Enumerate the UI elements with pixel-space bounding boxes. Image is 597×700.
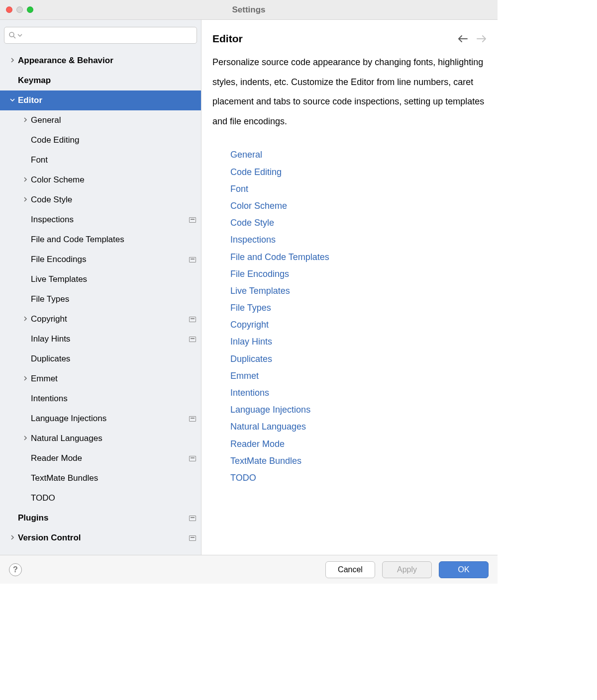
tree-item-language-injections[interactable]: Language Injections [0,409,201,429]
subpage-link[interactable]: TODO [230,469,487,486]
svg-line-1 [13,36,15,38]
subpage-link[interactable]: TextMate Bundles [230,452,487,469]
subpage-links: GeneralCode EditingFontColor SchemeCode … [212,146,487,486]
tree-item-label: Plugins [18,513,189,523]
tree-item-intentions[interactable]: Intentions [0,389,201,409]
tree-item-live-templates[interactable]: Live Templates [0,269,201,289]
window-title: Settings [0,5,498,15]
main-header: Editor [201,20,498,49]
subpage-link[interactable]: Color Scheme [230,197,487,214]
minimize-window-icon[interactable] [16,6,23,13]
tree-item-label: TextMate Bundles [31,473,196,483]
search-input[interactable] [22,31,193,40]
svg-point-0 [9,32,14,37]
arrow-right-icon [477,35,487,42]
content: Personalize source code appearance by ch… [201,49,498,555]
tree-item-label: Emmet [31,374,196,384]
tree-item-plugins[interactable]: Plugins [0,508,201,528]
subpage-link[interactable]: General [230,146,487,163]
tree-item-color-scheme[interactable]: Color Scheme [0,170,201,190]
tree-item-keymap[interactable]: Keymap [0,71,201,90]
tree-item-version-control[interactable]: Version Control [0,528,201,548]
project-scope-icon [189,317,196,322]
tree-item-emmet[interactable]: Emmet [0,369,201,389]
subpage-link[interactable]: File and Code Templates [230,249,487,265]
tree-item-code-style[interactable]: Code Style [0,190,201,210]
subpage-link[interactable]: Code Style [230,214,487,231]
subpage-link[interactable]: Copyright [230,316,487,333]
subpage-link[interactable]: Natural Languages [230,418,487,435]
tree-item-label: Keymap [18,76,196,86]
tree-item-inlay-hints[interactable]: Inlay Hints [0,329,201,349]
tree-item-label: File Encodings [31,255,189,264]
tree-item-label: File Types [31,294,196,304]
project-scope-icon [189,416,196,422]
nav-back-button[interactable] [458,35,468,42]
subpage-link[interactable]: File Types [230,299,487,316]
window-controls [6,6,33,13]
chevron-right-icon [22,176,29,183]
zoom-window-icon[interactable] [27,6,33,13]
tree-item-label: Copyright [31,314,189,324]
chevron-down-icon[interactable] [17,33,22,38]
search-icon [8,31,16,39]
tree-item-label: Font [31,155,196,165]
main-panel: Editor Personalize source code appearanc… [201,20,498,555]
subpage-link[interactable]: Reader Mode [230,436,487,452]
page-title: Editor [212,33,458,45]
tree-item-label: Editor [18,95,196,105]
subpage-link[interactable]: Language Injections [230,401,487,418]
nav-forward-button[interactable] [477,35,487,42]
chevron-right-icon [22,196,29,203]
settings-tree[interactable]: Appearance & BehaviorKeymapEditorGeneral… [0,49,201,555]
settings-window: { "titlebar": { "title": "Settings" }, "… [0,0,498,584]
project-scope-icon [189,535,196,541]
search-wrap [0,20,201,49]
tree-item-label: Natural Languages [31,434,196,443]
project-scope-icon [189,516,196,521]
tree-item-natural-languages[interactable]: Natural Languages [0,429,201,448]
titlebar: Settings [0,0,498,20]
tree-item-textmate-bundles[interactable]: TextMate Bundles [0,468,201,488]
subpage-link[interactable]: Font [230,180,487,197]
close-window-icon[interactable] [6,6,12,13]
tree-item-inspections[interactable]: Inspections [0,210,201,230]
tree-item-file-encodings[interactable]: File Encodings [0,250,201,269]
tree-item-font[interactable]: Font [0,150,201,170]
tree-item-file-code-templates[interactable]: File and Code Templates [0,230,201,250]
tree-item-code-editing[interactable]: Code Editing [0,130,201,150]
chevron-right-icon [22,316,29,323]
tree-item-reader-mode[interactable]: Reader Mode [0,448,201,468]
apply-button[interactable]: Apply [382,561,432,578]
subpage-link[interactable]: Emmet [230,367,487,384]
subpage-link[interactable]: Code Editing [230,164,487,180]
chevron-right-icon [9,534,16,541]
chevron-down-icon [9,97,16,104]
tree-item-label: Language Injections [31,414,189,424]
tree-item-duplicates[interactable]: Duplicates [0,349,201,369]
cancel-button[interactable]: Cancel [325,561,375,578]
subpage-link[interactable]: Inspections [230,231,487,248]
tree-item-label: TODO [31,493,196,503]
tree-item-copyright[interactable]: Copyright [0,309,201,329]
ok-button[interactable]: OK [439,561,489,578]
tree-item-label: Intentions [31,394,196,404]
nav-arrows [458,35,487,42]
subpage-link[interactable]: Intentions [230,384,487,401]
subpage-link[interactable]: Inlay Hints [230,333,487,350]
tree-item-label: Color Scheme [31,175,196,185]
tree-item-appearance[interactable]: Appearance & Behavior [0,51,201,71]
subpage-link[interactable]: Live Templates [230,282,487,299]
tree-item-todo[interactable]: TODO [0,488,201,508]
tree-item-label: Live Templates [31,274,196,284]
search-field-container[interactable] [4,27,197,44]
tree-item-file-types[interactable]: File Types [0,289,201,309]
tree-item-general[interactable]: General [0,110,201,130]
tree-item-editor[interactable]: Editor [0,90,201,110]
tree-item-label: Duplicates [31,354,196,364]
subpage-link[interactable]: File Encodings [230,265,487,282]
help-button[interactable]: ? [9,563,22,576]
tree-item-label: Version Control [18,533,189,543]
chevron-right-icon [9,57,16,64]
subpage-link[interactable]: Duplicates [230,350,487,367]
